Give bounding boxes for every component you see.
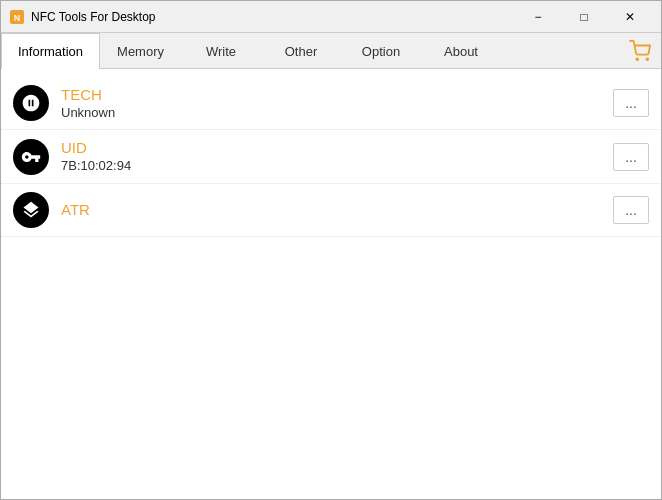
uid-row: UID 7B:10:02:94 ... xyxy=(1,130,661,183)
tech-content: TECH Unknown xyxy=(61,85,605,121)
uid-content: UID 7B:10:02:94 xyxy=(61,138,605,174)
tech-label: TECH xyxy=(61,85,605,105)
tab-other[interactable]: Other xyxy=(261,33,341,68)
tab-information[interactable]: Information xyxy=(1,33,100,69)
atr-action-button[interactable]: ... xyxy=(613,196,649,224)
cart-icon-container xyxy=(619,33,661,68)
content-area: TECH Unknown ... UID 7B:10:02:94 ... xyxy=(1,69,661,499)
tab-spacer xyxy=(501,33,619,68)
app-icon: N xyxy=(9,9,25,25)
uid-value: 7B:10:02:94 xyxy=(61,158,605,175)
window-controls: − □ ✕ xyxy=(515,1,653,33)
nfc-icon xyxy=(13,85,49,121)
maximize-button[interactable]: □ xyxy=(561,1,607,33)
uid-label: UID xyxy=(61,138,605,158)
tab-option[interactable]: Option xyxy=(341,33,421,68)
svg-point-3 xyxy=(646,58,648,60)
tab-about[interactable]: About xyxy=(421,33,501,68)
atr-label: ATR xyxy=(61,200,605,220)
window-title: NFC Tools For Desktop xyxy=(31,10,515,24)
svg-text:N: N xyxy=(14,13,21,23)
tab-memory[interactable]: Memory xyxy=(100,33,181,68)
tab-bar: Information Memory Write Other Option Ab… xyxy=(1,33,661,69)
key-icon xyxy=(13,139,49,175)
atr-row: ATR ... xyxy=(1,184,661,237)
layers-icon xyxy=(13,192,49,228)
tech-row: TECH Unknown ... xyxy=(1,77,661,130)
tech-action-button[interactable]: ... xyxy=(613,89,649,117)
minimize-button[interactable]: − xyxy=(515,1,561,33)
uid-action-button[interactable]: ... xyxy=(613,143,649,171)
tab-write[interactable]: Write xyxy=(181,33,261,68)
close-button[interactable]: ✕ xyxy=(607,1,653,33)
cart-icon[interactable] xyxy=(629,40,651,62)
svg-point-2 xyxy=(636,58,638,60)
atr-content: ATR xyxy=(61,200,605,220)
title-bar: N NFC Tools For Desktop − □ ✕ xyxy=(1,1,661,33)
tech-value: Unknown xyxy=(61,105,605,122)
main-window: N NFC Tools For Desktop − □ ✕ Informatio… xyxy=(0,0,662,500)
